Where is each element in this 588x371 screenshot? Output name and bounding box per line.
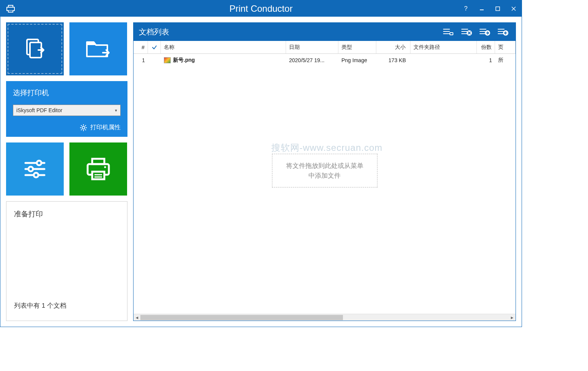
scroll-left-button[interactable]: ◄ <box>134 314 140 321</box>
content-panel: 文档列表 # <box>133 22 516 321</box>
printer-properties-link[interactable]: 打印机属性 <box>13 124 121 131</box>
app-icon <box>6 4 16 13</box>
col-number[interactable]: # <box>134 41 148 53</box>
check-icon <box>152 45 157 50</box>
col-check[interactable] <box>148 41 161 53</box>
svg-rect-37 <box>450 33 453 34</box>
svg-rect-3 <box>7 8 14 10</box>
cell-name-text: 新号.png <box>173 57 195 64</box>
cell-number: 1 <box>134 57 148 63</box>
cell-name: 新号.png <box>161 57 286 64</box>
svg-rect-29 <box>92 172 104 179</box>
svg-rect-4 <box>9 6 13 7</box>
printer-panel-title: 选择打印机 <box>13 88 121 98</box>
table-header: # 名称 日期 类型 大小 文件夹路径 份数 页 <box>134 41 516 54</box>
import-list-button[interactable] <box>496 26 510 38</box>
start-print-button[interactable] <box>69 142 127 196</box>
col-name[interactable]: 名称 <box>161 41 286 53</box>
scroll-thumb[interactable] <box>140 315 343 320</box>
col-type[interactable]: 类型 <box>338 41 376 53</box>
col-date[interactable]: 日期 <box>286 41 338 53</box>
svg-line-18 <box>85 129 86 130</box>
tile-row-2 <box>6 142 127 196</box>
svg-point-12 <box>82 126 85 129</box>
printer-icon <box>85 157 112 182</box>
watermark: 搜软网-www.secruan.com <box>271 142 383 154</box>
cell-size: 173 KB <box>376 57 410 63</box>
titlebar: Print Conductor ? <box>0 0 522 17</box>
svg-point-32 <box>104 166 106 168</box>
svg-rect-7 <box>496 7 500 11</box>
file-type-icon <box>164 57 171 63</box>
svg-line-17 <box>81 125 82 126</box>
filter-list-button[interactable] <box>441 26 456 38</box>
svg-rect-5 <box>9 11 13 12</box>
help-button[interactable]: ? <box>458 0 474 17</box>
tile-row-1 <box>6 22 127 75</box>
svg-point-24 <box>37 161 41 165</box>
status-sub: 列表中有 1 个文档 <box>14 301 119 310</box>
dropzone[interactable]: 将文件拖放到此处或从菜单 中添加文件 <box>272 154 377 188</box>
printer-select-value: iSkysoft PDF Editor <box>16 107 62 113</box>
status-title: 准备打印 <box>14 209 119 219</box>
list-header: 文档列表 <box>134 23 516 41</box>
horizontal-scrollbar[interactable]: ◄ ► <box>134 314 516 321</box>
printer-properties-label: 打印机属性 <box>90 124 121 131</box>
printer-panel: 选择打印机 iSkysoft PDF Editor ▾ 打印机属性 <box>6 81 127 137</box>
svg-line-19 <box>85 125 86 126</box>
svg-point-25 <box>28 167 33 171</box>
scroll-track[interactable] <box>140 314 509 321</box>
main-area: 选择打印机 iSkysoft PDF Editor ▾ 打印机属性 <box>0 17 522 327</box>
dropzone-line1: 将文件拖放到此处或从菜单 <box>286 161 363 171</box>
window-controls: ? <box>458 0 522 17</box>
table-container: # 名称 日期 类型 大小 文件夹路径 份数 页 1 新号.png 20 <box>134 41 516 314</box>
col-size[interactable]: 大小 <box>376 41 410 53</box>
close-button[interactable] <box>506 0 522 17</box>
add-files-button[interactable] <box>6 22 64 75</box>
dropzone-line2: 中添加文件 <box>286 171 363 180</box>
col-copies[interactable]: 份数 <box>477 41 495 53</box>
cell-copies: 1 <box>477 57 495 63</box>
list-title: 文档列表 <box>139 27 169 37</box>
add-folder-button[interactable] <box>69 22 127 75</box>
col-path[interactable]: 文件夹路径 <box>410 41 477 53</box>
scroll-right-button[interactable]: ► <box>509 314 516 321</box>
export-list-button[interactable] <box>478 26 492 38</box>
add-files-icon <box>22 36 48 62</box>
svg-point-26 <box>34 173 38 177</box>
chevron-down-icon: ▾ <box>115 108 117 113</box>
minimize-button[interactable] <box>474 0 490 17</box>
list-header-actions <box>441 26 510 38</box>
cell-type: Png Image <box>338 57 376 63</box>
remove-item-button[interactable] <box>459 26 474 38</box>
app-title: Print Conductor <box>230 3 293 14</box>
add-folder-icon <box>85 38 112 60</box>
gear-icon <box>80 124 87 131</box>
sliders-icon <box>22 158 48 180</box>
cell-page: 所 <box>495 57 516 64</box>
status-panel: 准备打印 列表中有 1 个文档 <box>6 201 127 321</box>
table-row[interactable]: 1 新号.png 2020/5/27 19... Png Image 173 K… <box>134 54 516 67</box>
cell-date: 2020/5/27 19... <box>286 57 338 63</box>
printer-select[interactable]: iSkysoft PDF Editor ▾ <box>13 105 121 116</box>
svg-line-20 <box>81 129 82 130</box>
settings-button[interactable] <box>6 142 64 196</box>
maximize-button[interactable] <box>490 0 506 17</box>
col-page[interactable]: 页 <box>495 41 516 53</box>
sidebar: 选择打印机 iSkysoft PDF Editor ▾ 打印机属性 <box>6 22 127 321</box>
